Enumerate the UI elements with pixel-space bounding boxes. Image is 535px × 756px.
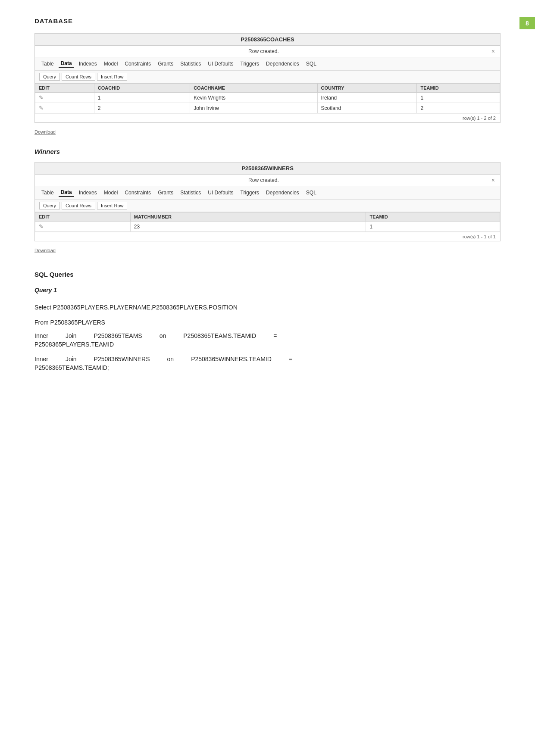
winners-row-count: row(s) 1 - 1 of 1 (35, 232, 500, 241)
sql-on2: on (167, 356, 174, 362)
winners-tab-dependencies[interactable]: Dependencies (264, 189, 301, 197)
coaches-country-2: Scotland (317, 103, 417, 113)
coaches-tab-table[interactable]: Table (39, 60, 56, 68)
winners-teamid-1: 1 (366, 222, 500, 232)
sql-query1-line2: From P2508365PLAYERS (34, 317, 501, 328)
coaches-col-edit: EDIT (35, 84, 94, 93)
winners-col-matchnumber: MATCHNUMBER (130, 212, 366, 222)
winners-table-title: P2508365WINNERS (35, 162, 500, 175)
coaches-data-table: EDIT COACHID COACHNAME COUNTRY TEAMID ✎ … (35, 83, 500, 113)
coaches-download-link[interactable]: Download (34, 129, 56, 134)
coaches-tab-statistics[interactable]: Statistics (178, 60, 203, 68)
winners-download-link[interactable]: Download (34, 248, 56, 253)
sql-eq2: = (289, 356, 292, 362)
coaches-col-coachid: COACHID (94, 84, 190, 93)
page-number-badge: 8 (519, 17, 535, 29)
coaches-tab-indexes[interactable]: Indexes (77, 60, 99, 68)
coaches-notification-bar: Row created. × (35, 46, 500, 57)
sql-join2: Join (66, 356, 77, 362)
database-label: DATABASE (34, 17, 501, 25)
winners-tab-data[interactable]: Data (59, 188, 74, 197)
sql-query1-line1: Select P2508365PLAYERS.PLAYERNAME,P25083… (34, 302, 501, 313)
winners-notification-text: Row created. (40, 177, 487, 183)
winners-tab-indexes[interactable]: Indexes (77, 189, 99, 197)
winners-insert-row-btn[interactable]: Insert Row (97, 202, 128, 209)
winners-notification-close[interactable]: × (491, 177, 495, 184)
winners-tab-triggers[interactable]: Triggers (238, 189, 262, 197)
winners-count-rows-btn[interactable]: Count Rows (62, 202, 95, 209)
coaches-col-teamid: TEAMID (417, 84, 500, 93)
winners-notification-bar: Row created. × (35, 175, 500, 186)
coaches-notification-text: Row created. (40, 48, 487, 54)
winners-col-teamid: TEAMID (366, 212, 500, 222)
coaches-tab-grants[interactable]: Grants (156, 60, 175, 68)
coaches-notification-close[interactable]: × (491, 48, 495, 55)
coaches-coachid-2: 2 (94, 103, 190, 113)
coaches-tab-bar: Table Data Indexes Model Constraints Gra… (35, 57, 500, 71)
sql-condition1: P2508365TEAMS.TEAMID (183, 332, 256, 339)
coaches-teamid-1: 1 (417, 93, 500, 103)
winners-tab-model[interactable]: Model (102, 189, 120, 197)
sql-cont1: P2508365PLAYERS.TEAMID (34, 341, 114, 348)
coaches-teamid-2: 2 (417, 103, 500, 113)
winners-panel: P2508365WINNERS Row created. × Table Dat… (34, 162, 501, 241)
coaches-country-1: Ireland (317, 93, 417, 103)
table-row: ✎ 2 John Irvine Scotland 2 (35, 103, 500, 113)
coaches-row-count: row(s) 1 - 2 of 2 (35, 113, 500, 122)
winners-tab-table[interactable]: Table (39, 189, 56, 197)
coaches-tab-uidefaults[interactable]: UI Defaults (206, 60, 235, 68)
coaches-col-country: COUNTRY (317, 84, 417, 93)
sql-table2: P2508365WINNERS (94, 356, 150, 362)
sql-on1: on (160, 332, 166, 339)
sql-query1-label: Query 1 (34, 287, 501, 294)
sql-inner2: Inner (34, 356, 48, 362)
coaches-panel: P2508365COACHES Row created. × Table Dat… (34, 33, 501, 123)
table-row: ✎ 23 1 (35, 222, 500, 232)
coaches-tab-triggers[interactable]: Triggers (238, 60, 262, 68)
winners-toolbar: Query Count Rows Insert Row (35, 200, 500, 212)
winners-data-table: EDIT MATCHNUMBER TEAMID ✎ 23 1 (35, 212, 500, 232)
coaches-edit-icon-2[interactable]: ✎ (39, 105, 44, 111)
coaches-tab-data[interactable]: Data (59, 59, 74, 68)
coaches-count-rows-btn[interactable]: Count Rows (62, 73, 95, 81)
coaches-edit-icon-1[interactable]: ✎ (39, 94, 44, 101)
winners-section-heading: Winners (34, 148, 501, 155)
coaches-toolbar: Query Count Rows Insert Row (35, 71, 500, 83)
sql-condition2: P2508365WINNERS.TEAMID (191, 356, 272, 362)
coaches-tab-dependencies[interactable]: Dependencies (264, 60, 301, 68)
coaches-coachid-1: 1 (94, 93, 190, 103)
winners-tab-sql[interactable]: SQL (304, 189, 319, 197)
winners-tab-bar: Table Data Indexes Model Constraints Gra… (35, 186, 500, 200)
sql-inner1: Inner (34, 332, 48, 339)
sql-eq1: = (273, 332, 277, 339)
winners-tab-statistics[interactable]: Statistics (178, 189, 203, 197)
coaches-col-coachname: COACHNAME (190, 84, 317, 93)
winners-matchnumber-1: 23 (130, 222, 366, 232)
sql-join1: Join (66, 332, 77, 339)
sql-cont2: P2508365TEAMS.TEAMID; (34, 364, 109, 371)
winners-edit-icon-1[interactable]: ✎ (39, 223, 44, 230)
coaches-query-btn[interactable]: Query (39, 73, 60, 81)
coaches-insert-row-btn[interactable]: Insert Row (97, 73, 128, 81)
sql-table1: P2508365TEAMS (94, 332, 142, 339)
coaches-tab-model[interactable]: Model (102, 60, 120, 68)
coaches-tab-sql[interactable]: SQL (304, 60, 319, 68)
sql-section-title: SQL Queries (34, 271, 501, 278)
coaches-coachname-2: John Irvine (190, 103, 317, 113)
coaches-tab-constraints[interactable]: Constraints (122, 60, 153, 68)
coaches-coachname-1: Kevin Wrights (190, 93, 317, 103)
table-row: ✎ 1 Kevin Wrights Ireland 1 (35, 93, 500, 103)
winners-tab-uidefaults[interactable]: UI Defaults (206, 189, 235, 197)
winners-query-btn[interactable]: Query (39, 202, 60, 209)
coaches-table-title: P2508365COACHES (35, 34, 500, 46)
winners-tab-constraints[interactable]: Constraints (122, 189, 153, 197)
winners-col-edit: EDIT (35, 212, 131, 222)
winners-tab-grants[interactable]: Grants (156, 189, 175, 197)
